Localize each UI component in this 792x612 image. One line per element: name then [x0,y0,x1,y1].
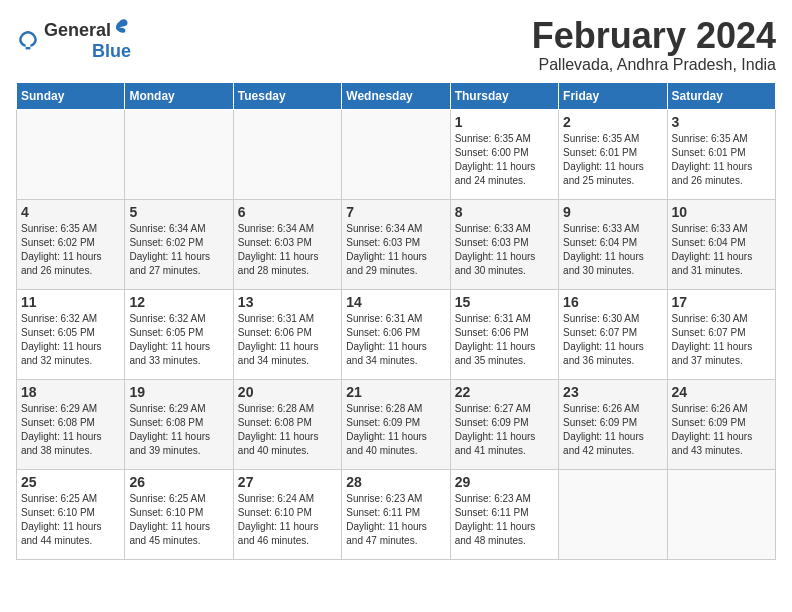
day-info: Sunrise: 6:32 AM Sunset: 6:05 PM Dayligh… [129,312,228,368]
header-cell-wednesday: Wednesday [342,82,450,109]
day-cell: 18Sunrise: 6:29 AM Sunset: 6:08 PM Dayli… [17,379,125,469]
day-info: Sunrise: 6:33 AM Sunset: 6:03 PM Dayligh… [455,222,554,278]
day-number: 15 [455,294,554,310]
day-info: Sunrise: 6:26 AM Sunset: 6:09 PM Dayligh… [563,402,662,458]
day-cell [233,109,341,199]
day-cell [559,469,667,559]
day-number: 18 [21,384,120,400]
day-number: 1 [455,114,554,130]
day-info: Sunrise: 6:31 AM Sunset: 6:06 PM Dayligh… [238,312,337,368]
day-number: 8 [455,204,554,220]
day-number: 25 [21,474,120,490]
header-cell-saturday: Saturday [667,82,775,109]
day-cell: 5Sunrise: 6:34 AM Sunset: 6:02 PM Daylig… [125,199,233,289]
week-row-0: 1Sunrise: 6:35 AM Sunset: 6:00 PM Daylig… [17,109,776,199]
day-number: 17 [672,294,771,310]
day-cell: 2Sunrise: 6:35 AM Sunset: 6:01 PM Daylig… [559,109,667,199]
logo-bird-icon [111,16,131,36]
day-info: Sunrise: 6:35 AM Sunset: 6:01 PM Dayligh… [563,132,662,188]
logo: General Blue [16,16,131,62]
week-row-4: 25Sunrise: 6:25 AM Sunset: 6:10 PM Dayli… [17,469,776,559]
day-number: 7 [346,204,445,220]
day-number: 3 [672,114,771,130]
day-info: Sunrise: 6:30 AM Sunset: 6:07 PM Dayligh… [672,312,771,368]
main-title: February 2024 [532,16,776,56]
header-cell-tuesday: Tuesday [233,82,341,109]
day-cell: 25Sunrise: 6:25 AM Sunset: 6:10 PM Dayli… [17,469,125,559]
day-info: Sunrise: 6:33 AM Sunset: 6:04 PM Dayligh… [672,222,771,278]
day-cell [667,469,775,559]
day-number: 26 [129,474,228,490]
day-cell: 10Sunrise: 6:33 AM Sunset: 6:04 PM Dayli… [667,199,775,289]
day-number: 23 [563,384,662,400]
day-info: Sunrise: 6:23 AM Sunset: 6:11 PM Dayligh… [346,492,445,548]
day-number: 4 [21,204,120,220]
day-cell: 27Sunrise: 6:24 AM Sunset: 6:10 PM Dayli… [233,469,341,559]
day-info: Sunrise: 6:34 AM Sunset: 6:03 PM Dayligh… [238,222,337,278]
day-info: Sunrise: 6:35 AM Sunset: 6:01 PM Dayligh… [672,132,771,188]
day-info: Sunrise: 6:34 AM Sunset: 6:02 PM Dayligh… [129,222,228,278]
day-number: 29 [455,474,554,490]
day-cell: 8Sunrise: 6:33 AM Sunset: 6:03 PM Daylig… [450,199,558,289]
logo-blue: Blue [92,41,131,62]
day-cell: 29Sunrise: 6:23 AM Sunset: 6:11 PM Dayli… [450,469,558,559]
day-number: 11 [21,294,120,310]
day-cell: 28Sunrise: 6:23 AM Sunset: 6:11 PM Dayli… [342,469,450,559]
day-number: 27 [238,474,337,490]
week-row-2: 11Sunrise: 6:32 AM Sunset: 6:05 PM Dayli… [17,289,776,379]
day-info: Sunrise: 6:33 AM Sunset: 6:04 PM Dayligh… [563,222,662,278]
header-cell-sunday: Sunday [17,82,125,109]
day-cell: 3Sunrise: 6:35 AM Sunset: 6:01 PM Daylig… [667,109,775,199]
day-cell: 16Sunrise: 6:30 AM Sunset: 6:07 PM Dayli… [559,289,667,379]
day-cell: 1Sunrise: 6:35 AM Sunset: 6:00 PM Daylig… [450,109,558,199]
day-number: 6 [238,204,337,220]
day-cell [17,109,125,199]
day-number: 20 [238,384,337,400]
day-number: 12 [129,294,228,310]
day-cell: 17Sunrise: 6:30 AM Sunset: 6:07 PM Dayli… [667,289,775,379]
logo-text: General Blue [44,16,131,62]
day-cell: 20Sunrise: 6:28 AM Sunset: 6:08 PM Dayli… [233,379,341,469]
day-number: 21 [346,384,445,400]
day-cell: 4Sunrise: 6:35 AM Sunset: 6:02 PM Daylig… [17,199,125,289]
day-info: Sunrise: 6:29 AM Sunset: 6:08 PM Dayligh… [21,402,120,458]
day-number: 9 [563,204,662,220]
day-cell: 14Sunrise: 6:31 AM Sunset: 6:06 PM Dayli… [342,289,450,379]
logo-general: General [44,20,111,41]
day-info: Sunrise: 6:31 AM Sunset: 6:06 PM Dayligh… [455,312,554,368]
day-info: Sunrise: 6:35 AM Sunset: 6:00 PM Dayligh… [455,132,554,188]
day-info: Sunrise: 6:34 AM Sunset: 6:03 PM Dayligh… [346,222,445,278]
day-info: Sunrise: 6:24 AM Sunset: 6:10 PM Dayligh… [238,492,337,548]
day-info: Sunrise: 6:29 AM Sunset: 6:08 PM Dayligh… [129,402,228,458]
subtitle: Pallevada, Andhra Pradesh, India [532,56,776,74]
header-cell-thursday: Thursday [450,82,558,109]
day-cell: 22Sunrise: 6:27 AM Sunset: 6:09 PM Dayli… [450,379,558,469]
header-cell-friday: Friday [559,82,667,109]
calendar-body: 1Sunrise: 6:35 AM Sunset: 6:00 PM Daylig… [17,109,776,559]
week-row-3: 18Sunrise: 6:29 AM Sunset: 6:08 PM Dayli… [17,379,776,469]
day-cell: 21Sunrise: 6:28 AM Sunset: 6:09 PM Dayli… [342,379,450,469]
week-row-1: 4Sunrise: 6:35 AM Sunset: 6:02 PM Daylig… [17,199,776,289]
day-info: Sunrise: 6:28 AM Sunset: 6:08 PM Dayligh… [238,402,337,458]
day-cell: 13Sunrise: 6:31 AM Sunset: 6:06 PM Dayli… [233,289,341,379]
day-cell: 11Sunrise: 6:32 AM Sunset: 6:05 PM Dayli… [17,289,125,379]
day-cell: 12Sunrise: 6:32 AM Sunset: 6:05 PM Dayli… [125,289,233,379]
day-info: Sunrise: 6:25 AM Sunset: 6:10 PM Dayligh… [21,492,120,548]
day-info: Sunrise: 6:28 AM Sunset: 6:09 PM Dayligh… [346,402,445,458]
day-number: 13 [238,294,337,310]
day-info: Sunrise: 6:32 AM Sunset: 6:05 PM Dayligh… [21,312,120,368]
day-cell: 6Sunrise: 6:34 AM Sunset: 6:03 PM Daylig… [233,199,341,289]
title-area: February 2024 Pallevada, Andhra Pradesh,… [532,16,776,74]
day-info: Sunrise: 6:31 AM Sunset: 6:06 PM Dayligh… [346,312,445,368]
day-info: Sunrise: 6:23 AM Sunset: 6:11 PM Dayligh… [455,492,554,548]
day-cell: 19Sunrise: 6:29 AM Sunset: 6:08 PM Dayli… [125,379,233,469]
day-cell: 23Sunrise: 6:26 AM Sunset: 6:09 PM Dayli… [559,379,667,469]
day-number: 14 [346,294,445,310]
day-number: 24 [672,384,771,400]
logo-icon [16,27,40,51]
day-number: 19 [129,384,228,400]
day-cell: 26Sunrise: 6:25 AM Sunset: 6:10 PM Dayli… [125,469,233,559]
day-info: Sunrise: 6:35 AM Sunset: 6:02 PM Dayligh… [21,222,120,278]
header: General Blue February 2024 Pallevada, An… [16,16,776,74]
day-number: 16 [563,294,662,310]
